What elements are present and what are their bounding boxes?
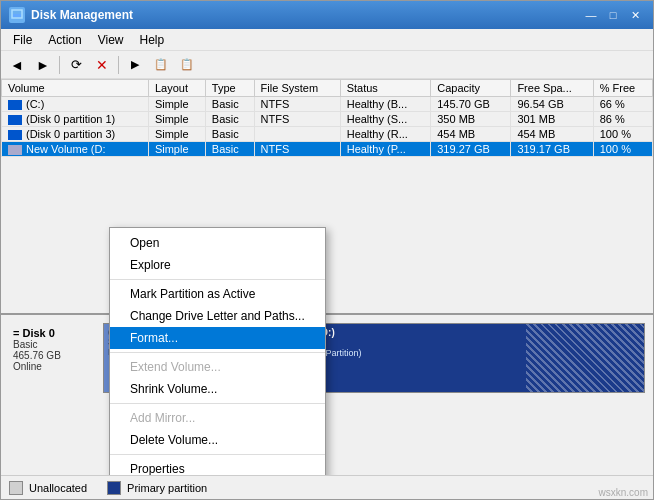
content-area: Volume Layout Type File System Status Ca… <box>1 79 653 475</box>
window-controls: — □ ✕ <box>581 6 645 24</box>
ctx-delete[interactable]: Delete Volume... <box>110 429 325 451</box>
cell-layout: Simple <box>148 97 205 112</box>
watermark: wsxkn.com <box>599 487 648 498</box>
table-row[interactable]: (Disk 0 partition 3) Simple Basic Health… <box>2 127 653 142</box>
status-bar: Unallocated Primary partition <box>1 475 653 499</box>
ctx-sep3 <box>110 403 325 404</box>
cell-type: Basic <box>205 97 254 112</box>
cell-free: 319.17 GB <box>511 142 593 157</box>
cell-capacity: 350 MB <box>431 112 511 127</box>
cell-type: Basic <box>205 142 254 157</box>
cell-layout: Simple <box>148 127 205 142</box>
window-title: Disk Management <box>31 8 133 22</box>
cell-type: Basic <box>205 127 254 142</box>
ctx-change-letter[interactable]: Change Drive Letter and Paths... <box>110 305 325 327</box>
disk-status: Online <box>13 361 95 372</box>
cell-capacity: 454 MB <box>431 127 511 142</box>
toolbar-back[interactable]: ◄ <box>5 54 29 76</box>
disk-map-section: = Disk 0 Basic 465.76 GB Online (Disk 0 … <box>1 315 653 475</box>
cell-free: 96.54 GB <box>511 97 593 112</box>
toolbar-copy2[interactable]: 📋 <box>175 54 199 76</box>
main-window: Disk Management — □ ✕ File Action View H… <box>0 0 654 500</box>
svg-rect-1 <box>13 14 21 17</box>
volume-table-section: Volume Layout Type File System Status Ca… <box>1 79 653 315</box>
cell-layout: Simple <box>148 142 205 157</box>
col-status: Status <box>340 80 431 97</box>
disk-size: 465.76 GB <box>13 350 95 361</box>
ctx-open[interactable]: Open <box>110 232 325 254</box>
ctx-mark-active[interactable]: Mark Partition as Active <box>110 283 325 305</box>
cell-status: Healthy (B... <box>340 97 431 112</box>
cell-free: 454 MB <box>511 127 593 142</box>
legend-primary: Primary partition <box>107 481 207 495</box>
toolbar-cancel[interactable]: ✕ <box>90 54 114 76</box>
cell-volume: (C:) <box>2 97 149 112</box>
cell-status: Healthy (R... <box>340 127 431 142</box>
ctx-shrink[interactable]: Shrink Volume... <box>110 378 325 400</box>
ctx-sep2 <box>110 352 325 353</box>
ctx-extend: Extend Volume... <box>110 356 325 378</box>
col-layout: Layout <box>148 80 205 97</box>
toolbar-copy1[interactable]: 📋 <box>149 54 173 76</box>
maximize-button[interactable]: □ <box>603 6 623 24</box>
table-row[interactable]: (C:) Simple Basic NTFS Healthy (B... 145… <box>2 97 653 112</box>
col-freespace: Free Spa... <box>511 80 593 97</box>
toolbar-refresh[interactable]: ⟳ <box>64 54 88 76</box>
table-row[interactable]: (Disk 0 partition 1) Simple Basic NTFS H… <box>2 112 653 127</box>
cell-status: Healthy (S... <box>340 112 431 127</box>
toolbar-action1[interactable]: ▶ <box>123 54 147 76</box>
cell-volume: (Disk 0 partition 1) <box>2 112 149 127</box>
toolbar: ◄ ► ⟳ ✕ ▶ 📋 📋 <box>1 51 653 79</box>
disk-row-0: = Disk 0 Basic 465.76 GB Online (Disk 0 … <box>9 323 645 393</box>
legend-primary-label: Primary partition <box>127 482 207 494</box>
ctx-sep4 <box>110 454 325 455</box>
segment-hatch <box>526 324 644 392</box>
cell-fs: NTFS <box>254 142 340 157</box>
col-type: Type <box>205 80 254 97</box>
menu-view[interactable]: View <box>90 31 132 49</box>
toolbar-sep1 <box>59 56 60 74</box>
cell-capacity: 319.27 GB <box>431 142 511 157</box>
menu-action[interactable]: Action <box>40 31 89 49</box>
table-row-selected[interactable]: New Volume (D: Simple Basic NTFS Healthy… <box>2 142 653 157</box>
cell-pct: 86 % <box>593 112 652 127</box>
disk-name: = Disk 0 <box>13 327 95 339</box>
cell-fs: NTFS <box>254 97 340 112</box>
cell-volume: New Volume (D: <box>2 142 149 157</box>
ctx-sep1 <box>110 279 325 280</box>
ctx-properties[interactable]: Properties <box>110 458 325 475</box>
col-pctfree: % Free <box>593 80 652 97</box>
col-filesystem: File System <box>254 80 340 97</box>
disk-label: = Disk 0 Basic 465.76 GB Online <box>9 323 99 393</box>
cell-fs: NTFS <box>254 112 340 127</box>
volume-table: Volume Layout Type File System Status Ca… <box>1 79 653 157</box>
legend-primary-box <box>107 481 121 495</box>
cell-pct: 100 % <box>593 142 652 157</box>
menu-help[interactable]: Help <box>132 31 173 49</box>
cell-pct: 66 % <box>593 97 652 112</box>
menu-file[interactable]: File <box>5 31 40 49</box>
toolbar-forward[interactable]: ► <box>31 54 55 76</box>
col-capacity: Capacity <box>431 80 511 97</box>
app-icon <box>9 7 25 23</box>
minimize-button[interactable]: — <box>581 6 601 24</box>
cell-type: Basic <box>205 112 254 127</box>
ctx-add-mirror: Add Mirror... <box>110 407 325 429</box>
col-volume: Volume <box>2 80 149 97</box>
cell-fs <box>254 127 340 142</box>
legend-unallocated: Unallocated <box>9 481 87 495</box>
cell-layout: Simple <box>148 112 205 127</box>
disk-type: Basic <box>13 339 95 350</box>
context-menu: Open Explore Mark Partition as Active Ch… <box>109 227 326 475</box>
ctx-format[interactable]: Format... <box>110 327 325 349</box>
ctx-explore[interactable]: Explore <box>110 254 325 276</box>
legend-unalloc-label: Unallocated <box>29 482 87 494</box>
toolbar-sep2 <box>118 56 119 74</box>
cell-status: Healthy (P... <box>340 142 431 157</box>
cell-free: 301 MB <box>511 112 593 127</box>
title-bar: Disk Management — □ ✕ <box>1 1 653 29</box>
cell-volume: (Disk 0 partition 3) <box>2 127 149 142</box>
close-button[interactable]: ✕ <box>625 6 645 24</box>
cell-pct: 100 % <box>593 127 652 142</box>
cell-capacity: 145.70 GB <box>431 97 511 112</box>
